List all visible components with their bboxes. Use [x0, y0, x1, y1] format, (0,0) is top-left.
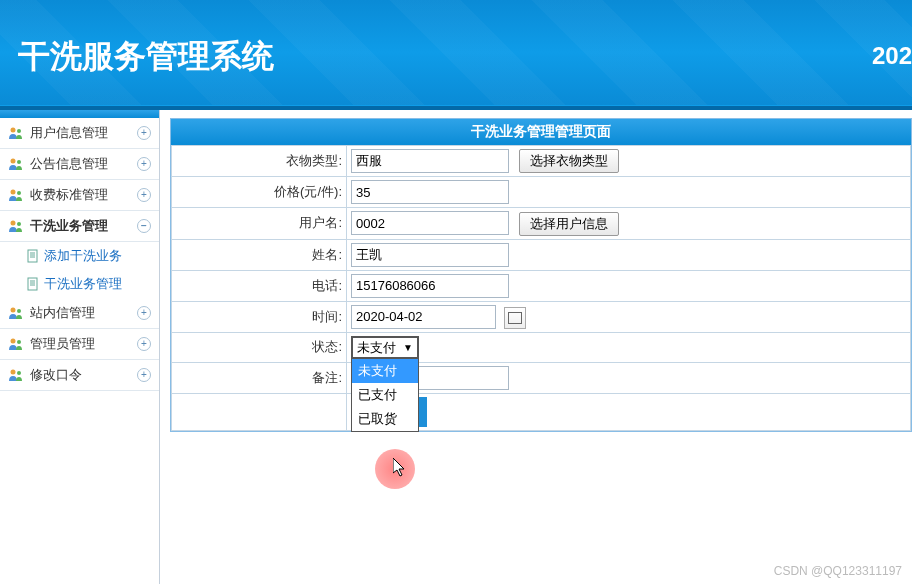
chevron-down-icon: ▼: [403, 342, 413, 353]
svg-point-17: [17, 309, 21, 313]
svg-point-19: [17, 340, 21, 344]
svg-point-6: [11, 221, 16, 226]
date-picker-icon[interactable]: [504, 307, 526, 329]
sidebar-item-user-info[interactable]: 用户信息管理 +: [0, 118, 159, 149]
sidebar-subitem-label: 添加干洗业务: [44, 247, 122, 265]
header-year: 202: [872, 42, 912, 70]
input-name[interactable]: [351, 243, 509, 267]
expand-icon[interactable]: +: [137, 368, 151, 382]
svg-point-0: [11, 128, 16, 133]
status-dropdown: 未支付 已支付 已取货: [351, 359, 419, 432]
sidebar-subitem-add-laundry[interactable]: 添加干洗业务: [0, 242, 159, 270]
svg-point-21: [17, 371, 21, 375]
app-title: 干洗服务管理系统: [0, 0, 912, 79]
expand-icon[interactable]: +: [137, 157, 151, 171]
people-icon: [8, 218, 24, 234]
doc-icon: [26, 249, 40, 263]
svg-point-7: [17, 222, 21, 226]
sidebar-item-label: 管理员管理: [30, 335, 95, 353]
sidebar-item-notice[interactable]: 公告信息管理 +: [0, 149, 159, 180]
input-phone[interactable]: [351, 274, 509, 298]
sidebar-item-fee-standard[interactable]: 收费标准管理 +: [0, 180, 159, 211]
svg-rect-8: [28, 250, 37, 262]
svg-point-20: [11, 370, 16, 375]
sidebar-item-laundry[interactable]: 干洗业务管理 −: [0, 211, 159, 242]
label-price: 价格(元/件):: [172, 177, 347, 208]
svg-point-3: [17, 160, 21, 164]
panel-title: 干洗业务管理管理页面: [171, 119, 911, 145]
sidebar-item-label: 收费标准管理: [30, 186, 108, 204]
sidebar-item-label: 用户信息管理: [30, 124, 108, 142]
svg-point-2: [11, 159, 16, 164]
doc-icon: [26, 277, 40, 291]
collapse-icon[interactable]: −: [137, 219, 151, 233]
input-time[interactable]: [351, 305, 496, 329]
sidebar: 用户信息管理 + 公告信息管理 + 收费标准管理 + 干洗业务管理 − 添加干洗…: [0, 110, 160, 584]
sidebar-subitem-label: 干洗业务管理: [44, 275, 122, 293]
dropdown-option-unpaid[interactable]: 未支付: [352, 359, 418, 383]
svg-point-5: [17, 191, 21, 195]
watermark: CSDN @QQ123311197: [774, 564, 902, 578]
submit-label-cell: [172, 393, 347, 430]
sidebar-item-password[interactable]: 修改口令 +: [0, 360, 159, 391]
select-clothing-type-button[interactable]: 选择衣物类型: [519, 149, 619, 173]
label-username: 用户名:: [172, 208, 347, 240]
label-status: 状态:: [172, 332, 347, 362]
form-table: 衣物类型: 选择衣物类型 价格(元/件): 用户名: 选择用户信息: [171, 145, 911, 431]
status-value: 未支付: [357, 340, 396, 355]
label-remark: 备注:: [172, 362, 347, 393]
svg-point-4: [11, 190, 16, 195]
sidebar-item-label: 站内信管理: [30, 304, 95, 322]
people-icon: [8, 125, 24, 141]
label-clothing-type: 衣物类型:: [172, 146, 347, 177]
sidebar-item-label: 公告信息管理: [30, 155, 108, 173]
people-icon: [8, 187, 24, 203]
sidebar-item-messages[interactable]: 站内信管理 +: [0, 298, 159, 329]
select-user-button[interactable]: 选择用户信息: [519, 212, 619, 236]
app-header: 干洗服务管理系统 202: [0, 0, 912, 105]
expand-icon[interactable]: +: [137, 337, 151, 351]
main-content: 干洗业务管理管理页面 衣物类型: 选择衣物类型 价格(元/件): 用户名:: [160, 110, 912, 584]
sidebar-item-label: 干洗业务管理: [30, 217, 108, 235]
sidebar-stripe: [0, 110, 159, 118]
sidebar-subitem-manage-laundry[interactable]: 干洗业务管理: [0, 270, 159, 298]
expand-icon[interactable]: +: [137, 188, 151, 202]
input-price[interactable]: [351, 180, 509, 204]
dropdown-option-paid[interactable]: 已支付: [352, 383, 418, 407]
input-username[interactable]: [351, 211, 509, 235]
expand-icon[interactable]: +: [137, 306, 151, 320]
people-icon: [8, 336, 24, 352]
dropdown-option-picked[interactable]: 已取货: [352, 407, 418, 431]
expand-icon[interactable]: +: [137, 126, 151, 140]
label-phone: 电话:: [172, 270, 347, 301]
status-select-wrap: 未支付 ▼ 未支付 已支付 已取货: [351, 336, 419, 359]
label-time: 时间:: [172, 301, 347, 332]
people-icon: [8, 156, 24, 172]
svg-rect-12: [28, 278, 37, 290]
form-panel: 干洗业务管理管理页面 衣物类型: 选择衣物类型 价格(元/件): 用户名:: [170, 118, 912, 432]
svg-point-18: [11, 339, 16, 344]
status-select[interactable]: 未支付 ▼: [351, 336, 419, 359]
input-clothing-type[interactable]: [351, 149, 509, 173]
label-name: 姓名:: [172, 239, 347, 270]
sidebar-item-label: 修改口令: [30, 366, 82, 384]
svg-point-16: [11, 308, 16, 313]
sidebar-item-admin[interactable]: 管理员管理 +: [0, 329, 159, 360]
svg-point-1: [17, 129, 21, 133]
people-icon: [8, 367, 24, 383]
people-icon: [8, 305, 24, 321]
